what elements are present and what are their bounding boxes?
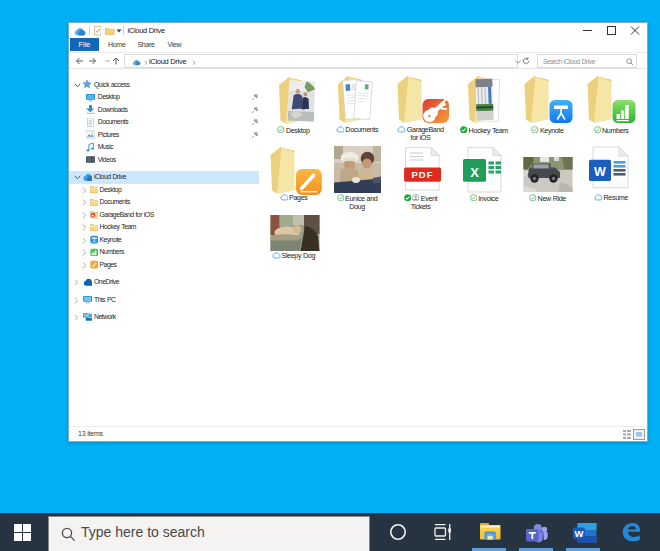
svg-text:W: W (594, 165, 606, 179)
svg-text:PDF: PDF (411, 169, 433, 180)
svg-text:X: X (470, 165, 479, 180)
svg-text:W: W (574, 528, 583, 539)
